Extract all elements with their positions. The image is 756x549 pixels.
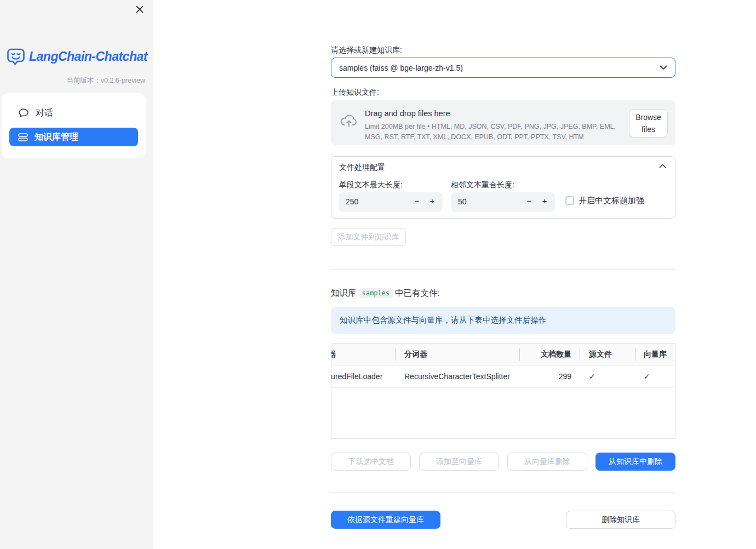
table-row[interactable]: UnstructuredFileLoader RecursiveCharacte…: [331, 365, 675, 388]
zh-title-enhance-checkbox[interactable]: [565, 196, 574, 205]
chevron-down-icon: [660, 65, 667, 70]
nav-item-knowledge-base[interactable]: 知识库管理: [9, 128, 138, 146]
delete-from-kb-button[interactable]: 从知识库中删除: [595, 453, 675, 471]
kb-files-table[interactable]: 文档加载器 分词器 文档数量 源文件 向量库 UnstructuredFileL…: [331, 343, 675, 439]
file-config-expander: 文件处理配置 单段文本最大长度: 相邻文本重合长度: 250 − + 50 − …: [331, 156, 675, 219]
cell-doc-count: 299: [520, 365, 580, 387]
divider: [331, 269, 675, 270]
overlap-size-value[interactable]: 50: [458, 197, 467, 206]
overlap-size-input[interactable]: 50 − +: [451, 192, 555, 212]
add-files-to-kb-button[interactable]: 添加文件到知识库: [331, 228, 406, 246]
column-header-vector-store[interactable]: 向量库: [636, 344, 675, 365]
dropzone-limit-text: Limit 200MB per file • HTML, MD, JSON, C…: [365, 122, 627, 143]
file-dropzone[interactable]: Drag and drop files here Limit 200MB per…: [331, 100, 675, 145]
delete-kb-button[interactable]: 删除知识库: [566, 511, 675, 529]
kb-select-label: 请选择或新建知识库:: [331, 45, 402, 55]
list-bars-icon: [18, 133, 28, 141]
sidebar: LangChain-Chatchat 当前版本：v0.2.6-preview 对…: [0, 0, 153, 549]
column-header-loader[interactable]: 文档加载器: [331, 344, 396, 365]
column-header-source-file[interactable]: 源文件: [580, 344, 636, 365]
app-title: LangChain-Chatchat: [29, 49, 147, 64]
kb-files-heading: 知识库samples中已有文件:: [331, 288, 440, 299]
version-text: 当前版本：v0.2.6-preview: [66, 76, 145, 85]
plus-stepper[interactable]: +: [539, 196, 551, 205]
rebuild-vector-store-button[interactable]: 依据源文件重建向量库: [331, 511, 440, 529]
cell-vector-check: ✓: [636, 365, 675, 387]
cell-loader: UnstructuredFileLoader: [331, 365, 396, 387]
plus-stepper[interactable]: +: [426, 196, 438, 205]
chat-bubble-icon: [18, 107, 29, 118]
chunk-size-value[interactable]: 250: [346, 197, 358, 206]
sidebar-close-button[interactable]: [135, 3, 147, 15]
table-header-row: 文档加载器 分词器 文档数量 源文件 向量库: [331, 344, 675, 365]
app-window: LangChain-Chatchat 当前版本：v0.2.6-preview 对…: [0, 0, 756, 549]
download-selected-button[interactable]: 下载选中文档: [331, 453, 411, 471]
add-to-vector-store-button[interactable]: 添加至向量库: [419, 453, 499, 471]
upload-label: 上传知识文件:: [331, 88, 379, 98]
zh-title-enhance-label: 开启中文标题加强: [579, 196, 644, 206]
delete-from-vector-store-button[interactable]: 从向量库删除: [507, 453, 587, 471]
nav-item-label: 对话: [36, 107, 53, 119]
divider: [331, 492, 675, 493]
cloud-upload-icon: [340, 112, 358, 129]
browse-files-button[interactable]: Browse files: [629, 109, 668, 138]
kb-name-code: samples: [359, 288, 393, 298]
dropzone-title: Drag and drop files here: [365, 109, 450, 118]
nav-item-dialogue[interactable]: 对话: [9, 104, 138, 122]
kb-selectbox[interactable]: samples (faiss @ bge-large-zh-v1.5): [331, 58, 675, 78]
app-logo: LangChain-Chatchat: [7, 47, 147, 66]
kb-selected-value: samples (faiss @ bge-large-zh-v1.5): [339, 64, 660, 72]
column-header-doc-count[interactable]: 文档数量: [520, 344, 580, 365]
chat-smiley-logo-icon: [7, 47, 25, 66]
expander-title[interactable]: 文件处理配置: [339, 163, 385, 173]
check-icon: ✓: [589, 372, 595, 381]
check-icon: ✓: [644, 372, 650, 381]
info-banner: 知识库中包含源文件与向量库，请从下表中选择文件后操作: [331, 307, 675, 334]
overlap-size-label: 相邻文本重合长度:: [451, 180, 514, 190]
nav-item-label: 知识库管理: [35, 131, 78, 143]
minus-stepper[interactable]: −: [411, 196, 423, 205]
close-icon: [135, 5, 147, 14]
sidebar-nav: 对话 知识库管理: [2, 93, 146, 158]
chunk-size-label: 单段文本最大长度:: [339, 180, 403, 190]
cell-source-check: ✓: [580, 365, 636, 387]
cell-splitter: RecursiveCharacterTextSplitter: [396, 365, 520, 387]
column-header-splitter[interactable]: 分词器: [396, 344, 520, 365]
chevron-up-icon[interactable]: [659, 164, 666, 168]
minus-stepper[interactable]: −: [523, 196, 535, 205]
chunk-size-input[interactable]: 250 − +: [339, 192, 443, 212]
